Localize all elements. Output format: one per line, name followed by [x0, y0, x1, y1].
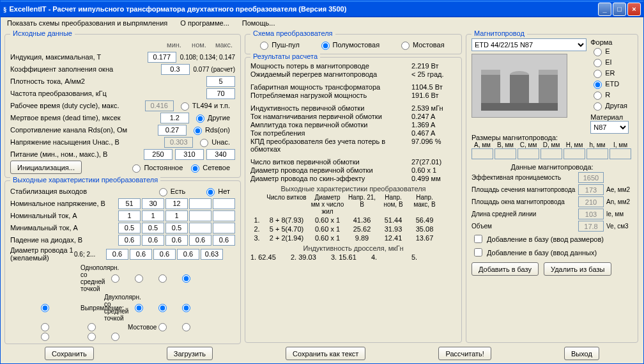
- add-data-check[interactable]: [474, 248, 482, 257]
- stab-yes-radio: [159, 188, 167, 196]
- stab-no-radio: [206, 188, 215, 196]
- ae-input: [578, 184, 604, 195]
- calc-button[interactable]: Рассчитать!: [438, 347, 491, 360]
- add-db-button[interactable]: Добавить в базу: [471, 262, 539, 276]
- rds-input[interactable]: [158, 125, 187, 136]
- svg-rect-0: [481, 70, 500, 108]
- ac-radio: [191, 164, 199, 173]
- unas-radio: [200, 139, 208, 147]
- input-group: Исходные данные мин.ном.макс. Индукция, …: [4, 34, 241, 178]
- form-e-radio: [594, 48, 602, 56]
- induction-input[interactable]: [148, 52, 176, 63]
- material-select[interactable]: N87: [590, 121, 629, 134]
- v2-input[interactable]: [142, 198, 164, 209]
- unas-input: [164, 137, 193, 148]
- pushpull-radio: [260, 42, 268, 50]
- rdson-radio: [194, 127, 202, 135]
- titlebar: § ExcellentIT - Расчет импульсного транс…: [1, 1, 643, 17]
- core-image: [471, 54, 567, 118]
- pnom-input[interactable]: [175, 149, 204, 160]
- del-db-button[interactable]: Удалить из базы: [544, 262, 611, 276]
- menu-help[interactable]: Помощь...: [240, 19, 278, 29]
- output-group: Выходные характеристики преобразователя …: [4, 180, 241, 344]
- v3-input[interactable]: [165, 198, 188, 209]
- le-input: [578, 209, 604, 219]
- density-input[interactable]: [206, 76, 235, 87]
- close-button[interactable]: ×: [627, 3, 641, 16]
- form-r-radio: [594, 91, 602, 100]
- menu-about[interactable]: О программе...: [178, 19, 231, 29]
- load-button[interactable]: Загрузить: [167, 347, 213, 360]
- window-title: ExcellentIT - Расчет импульсного трансфо…: [7, 5, 599, 13]
- init-button[interactable]: Инициализация...: [10, 161, 82, 174]
- freq-input[interactable]: [206, 88, 235, 99]
- core-select[interactable]: ETD 44/22/15 N87: [471, 38, 586, 51]
- duty-input: [145, 100, 174, 111]
- dead-input[interactable]: [160, 113, 189, 123]
- core-group: Магнитопровод ETD 44/22/15 N87 Форма E E…: [466, 34, 638, 343]
- save-text-button[interactable]: Сохранить как текст: [286, 347, 365, 360]
- minimize-button[interactable]: _: [598, 3, 611, 16]
- save-button[interactable]: Сохранить: [45, 347, 94, 360]
- form-other-radio: [594, 102, 602, 111]
- pmin-input[interactable]: [144, 149, 172, 160]
- svg-rect-1: [481, 70, 500, 75]
- results-group: Результаты расчета Мощность потерь в маг…: [245, 57, 462, 343]
- exit-button[interactable]: Выход: [564, 347, 599, 360]
- add-dims-check[interactable]: [474, 235, 482, 243]
- dc-radio: [132, 164, 141, 173]
- maximize-button[interactable]: □: [613, 3, 626, 16]
- ve-input: [578, 221, 604, 232]
- other-radio: [196, 115, 204, 123]
- bridge-radio: [401, 42, 410, 50]
- form-etd-radio: [594, 81, 602, 89]
- menu-schemes[interactable]: Показать схемы преобразования и выпрямле…: [4, 19, 170, 29]
- scheme-group: Схема преобразователя Пуш-пул Полумостов…: [245, 34, 462, 54]
- halfbridge-radio: [321, 42, 330, 50]
- perm-input: [578, 172, 604, 183]
- pmax-input[interactable]: [206, 149, 235, 160]
- form-ei-radio: [594, 59, 602, 67]
- svg-rect-5: [539, 70, 558, 75]
- form-er-radio: [594, 70, 602, 78]
- an-input: [578, 196, 604, 207]
- svg-rect-6: [481, 103, 558, 111]
- svg-rect-4: [539, 70, 558, 108]
- tl494-radio: [181, 102, 189, 111]
- fill-input[interactable]: [161, 64, 190, 75]
- v1-input[interactable]: [118, 198, 141, 209]
- menubar: Показать схемы преобразования и выпрямле…: [1, 17, 643, 30]
- i1-input[interactable]: [118, 210, 141, 221]
